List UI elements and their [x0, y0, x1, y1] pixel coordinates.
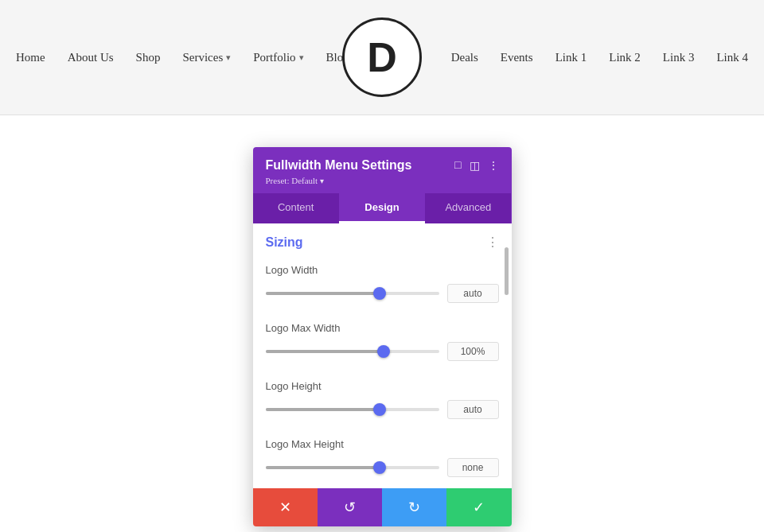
panel-toolbar: ✕ ↺ ↻ ✓ [253, 488, 512, 526]
logo-width-slider-row [266, 284, 499, 303]
panel-preset[interactable]: Preset: Default [266, 176, 499, 185]
logo-letter: D [367, 33, 397, 81]
logo-height-slider-row [266, 400, 499, 419]
panel-title: Fullwidth Menu Settings [266, 158, 412, 173]
logo-max-width-fill [266, 350, 384, 353]
logo-height-track [266, 408, 439, 411]
logo-max-width-slider-row [266, 342, 499, 361]
section-menu-icon[interactable]: ⋮ [486, 235, 499, 250]
logo-width-input[interactable] [447, 284, 499, 303]
panel-body: Sizing ⋮ Logo Width Logo [253, 223, 512, 488]
nav-item-link1[interactable]: Link 1 [555, 51, 587, 64]
nav-item-about[interactable]: About Us [68, 51, 114, 64]
logo-height-thumb[interactable] [373, 403, 386, 416]
site-logo: D [342, 17, 422, 97]
navbar: Home About Us Shop Services Portfolio Bl… [0, 0, 764, 115]
nav-left: Home About Us Shop Services Portfolio Bl… [16, 51, 349, 64]
panel-header: Fullwidth Menu Settings □ ◫ ⋮ Preset: De… [253, 147, 512, 193]
logo-max-width-thumb[interactable] [377, 345, 390, 358]
logo-height-input[interactable] [447, 400, 499, 419]
setting-logo-max-height: Logo Max Height [253, 430, 512, 488]
undo-icon: ↺ [344, 499, 356, 516]
panel-icon-more[interactable]: ⋮ [488, 159, 499, 173]
logo-max-height-slider[interactable] [266, 466, 439, 469]
nav-item-portfolio[interactable]: Portfolio [253, 51, 303, 64]
nav-item-link3[interactable]: Link 3 [663, 51, 695, 64]
nav-item-home[interactable]: Home [16, 51, 45, 64]
logo-width-thumb[interactable] [373, 287, 386, 300]
setting-logo-max-width: Logo Max Width [253, 314, 512, 372]
save-icon: ✓ [473, 499, 485, 516]
undo-button[interactable]: ↺ [318, 488, 382, 526]
nav-item-link2[interactable]: Link 2 [609, 51, 641, 64]
logo-width-label: Logo Width [266, 264, 499, 276]
logo-max-width-input[interactable] [447, 342, 499, 361]
logo-height-slider[interactable] [266, 408, 439, 411]
tab-content[interactable]: Content [253, 193, 339, 223]
section-header-sizing: Sizing ⋮ [253, 223, 512, 256]
logo-height-label: Logo Height [266, 380, 499, 392]
cancel-button[interactable]: ✕ [253, 488, 318, 526]
redo-button[interactable]: ↻ [382, 488, 446, 526]
setting-logo-width: Logo Width [253, 256, 512, 314]
nav-item-events[interactable]: Events [501, 51, 533, 64]
save-button[interactable]: ✓ [446, 488, 511, 526]
panel-header-top: Fullwidth Menu Settings □ ◫ ⋮ [266, 158, 499, 173]
main-content: Fullwidth Menu Settings □ ◫ ⋮ Preset: De… [0, 115, 764, 532]
nav-right: Deals Events Link 1 Link 2 Link 3 Link 4 [451, 51, 748, 64]
logo-width-track [266, 292, 439, 295]
logo-width-slider[interactable] [266, 292, 439, 295]
logo-width-fill [266, 292, 380, 295]
logo-max-width-label: Logo Max Width [266, 322, 499, 334]
logo-max-height-thumb[interactable] [373, 461, 386, 474]
scrollbar[interactable] [505, 247, 509, 295]
nav-item-shop[interactable]: Shop [136, 51, 161, 64]
redo-icon: ↻ [408, 499, 420, 516]
tab-advanced[interactable]: Advanced [425, 193, 511, 223]
nav-item-services[interactable]: Services [182, 51, 231, 64]
logo-max-height-label: Logo Max Height [266, 438, 499, 450]
nav-item-deals[interactable]: Deals [451, 51, 478, 64]
logo-max-width-slider[interactable] [266, 350, 439, 353]
panel-tabs: Content Design Advanced [253, 193, 512, 223]
tab-design[interactable]: Design [339, 193, 425, 223]
cancel-icon: ✕ [279, 499, 291, 516]
setting-logo-height: Logo Height [253, 372, 512, 430]
logo-height-fill [266, 408, 380, 411]
section-title-sizing: Sizing [266, 235, 303, 250]
logo-max-width-track [266, 350, 439, 353]
panel-icon-columns[interactable]: ◫ [470, 159, 480, 173]
logo-max-height-input[interactable] [447, 458, 499, 477]
settings-panel: Fullwidth Menu Settings □ ◫ ⋮ Preset: De… [253, 147, 512, 526]
logo-max-height-fill [266, 466, 380, 469]
logo-max-height-slider-row [266, 458, 499, 477]
nav-item-link4[interactable]: Link 4 [716, 51, 748, 64]
panel-icons: □ ◫ ⋮ [454, 159, 498, 173]
logo-max-height-track [266, 466, 439, 469]
panel-icon-resize[interactable]: □ [454, 159, 461, 172]
